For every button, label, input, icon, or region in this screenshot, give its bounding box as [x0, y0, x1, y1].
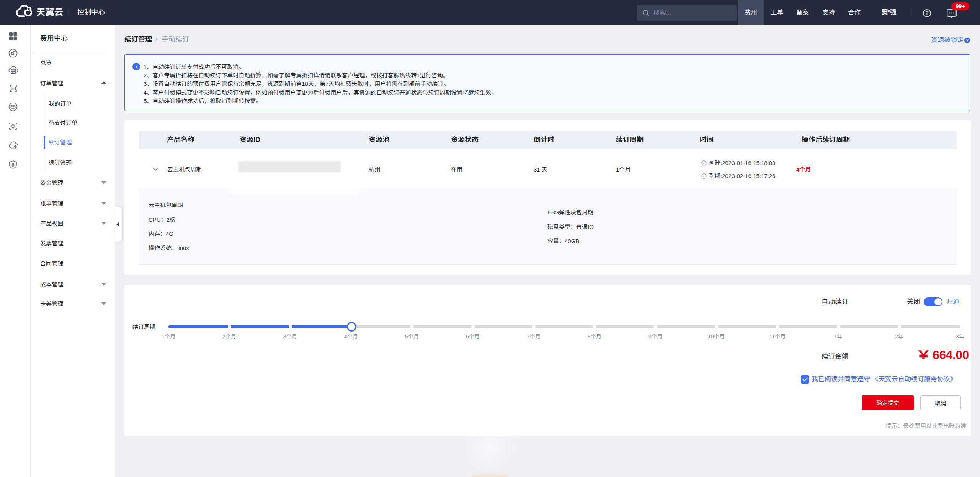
svg-text:VPC: VPC — [12, 87, 16, 90]
